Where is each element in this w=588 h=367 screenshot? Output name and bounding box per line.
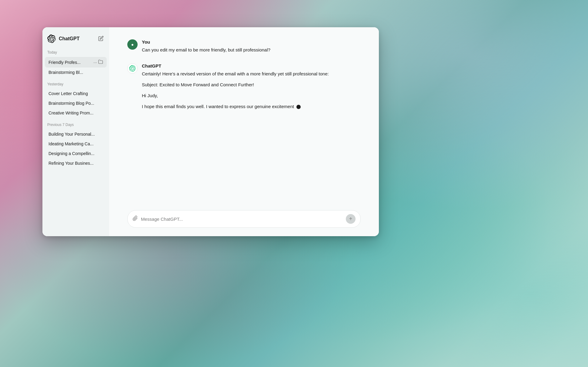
sender-name-gpt: ChatGPT: [142, 63, 361, 68]
section-label-yesterday: Yesterday: [42, 81, 109, 89]
typing-indicator: [296, 105, 301, 109]
sidebar-header: ChatGPT: [42, 32, 109, 49]
user-initial: ●: [131, 42, 134, 47]
message-input[interactable]: [141, 217, 343, 222]
chat-item-text: Cover Letter Crafting: [48, 91, 103, 96]
chat-item-text: Building Your Personal...: [48, 132, 103, 137]
message-text-user: Can you edit my email to be more friendl…: [142, 46, 361, 54]
chatgpt-logo-icon: [47, 35, 56, 43]
sidebar-item-brainstorming-blog[interactable]: Brainstorming Blog Po...: [45, 98, 107, 108]
input-area: [109, 205, 379, 236]
section-label-previous7: Previous 7 Days: [42, 121, 109, 129]
section-label-today: Today: [42, 49, 109, 57]
gpt-greeting: Hi Judy,: [142, 92, 361, 99]
gpt-logo-in-avatar: [129, 65, 136, 72]
avatar-gpt: [127, 63, 138, 74]
sidebar-item-building-personal[interactable]: Building Your Personal...: [45, 129, 107, 139]
attach-icon[interactable]: [132, 216, 138, 223]
chat-item-text: Brainstorming Bl...: [48, 70, 103, 75]
folder-icon[interactable]: [98, 59, 103, 65]
main-content: ● You Can you edit my email to be more f…: [109, 27, 379, 236]
gpt-subject: Subject: Excited to Move Forward and Con…: [142, 81, 361, 88]
chat-item-text: Designing a Compellin...: [48, 151, 103, 156]
sidebar-item-ideating-marketing[interactable]: Ideating Marketing Ca...: [45, 139, 107, 149]
app-window: ChatGPT Today Friendly Profes... ···: [42, 27, 379, 236]
sidebar-item-brainstorming-bl[interactable]: Brainstorming Bl...: [45, 68, 107, 77]
sender-name-user: You: [142, 39, 361, 45]
gpt-body: I hope this email finds you well. I want…: [142, 103, 361, 110]
message-content-user: You Can you edit my email to be more fri…: [142, 39, 361, 54]
avatar-user: ●: [127, 39, 138, 50]
message-user: ● You Can you edit my email to be more f…: [127, 39, 361, 54]
message-content-gpt: ChatGPT Certainly! Here’s a revised vers…: [142, 63, 361, 110]
chat-item-text: Ideating Marketing Ca...: [48, 141, 103, 146]
sidebar-brand: ChatGPT: [47, 35, 79, 43]
dots-menu-icon[interactable]: ···: [93, 60, 97, 65]
new-chat-button[interactable]: [98, 36, 104, 42]
message-text-gpt: Certainly! Here’s a revised version of t…: [142, 70, 361, 110]
message-gpt: ChatGPT Certainly! Here’s a revised vers…: [127, 63, 361, 110]
sidebar-item-refining-business[interactable]: Refining Your Busines...: [45, 158, 107, 168]
chat-item-text: Brainstorming Blog Po...: [48, 101, 103, 106]
chat-item-text: Friendly Profes...: [48, 60, 93, 65]
sidebar-item-friendly-profes[interactable]: Friendly Profes... ···: [45, 57, 107, 68]
chat-item-text: Creative Writing Prom...: [48, 111, 103, 115]
input-box: [127, 210, 361, 228]
gpt-intro: Certainly! Here’s a revised version of t…: [142, 70, 361, 78]
app-title: ChatGPT: [59, 36, 79, 41]
sidebar: ChatGPT Today Friendly Profes... ···: [42, 27, 109, 236]
sidebar-item-designing-compellin[interactable]: Designing a Compellin...: [45, 149, 107, 158]
chat-item-text: Refining Your Busines...: [48, 161, 103, 166]
sidebar-item-cover-letter[interactable]: Cover Letter Crafting: [45, 89, 107, 98]
send-button[interactable]: [346, 214, 356, 224]
chat-item-icons: ···: [93, 59, 103, 65]
sidebar-item-creative-writing[interactable]: Creative Writing Prom...: [45, 108, 107, 118]
chat-area: ● You Can you edit my email to be more f…: [109, 27, 379, 205]
